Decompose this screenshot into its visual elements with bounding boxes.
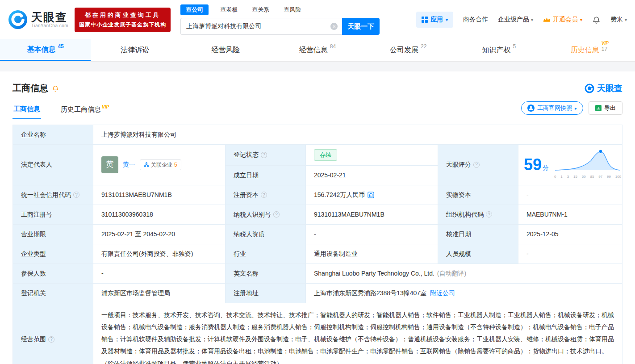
tab-operation-info[interactable]: 经营信息 84: [272, 39, 363, 61]
staff-size-value: -: [518, 244, 622, 264]
caret-down-icon: ▾: [625, 17, 627, 22]
vip-badge: VIP: [102, 105, 109, 109]
nearby-companies-link[interactable]: 附近公司: [430, 289, 455, 297]
caret-down-icon: ▾: [446, 17, 448, 22]
status-badge: 存续: [314, 149, 337, 161]
establish-date-value: 2025-02-21: [306, 165, 438, 185]
score-unit: 分: [543, 164, 549, 172]
english-name-value: Shanghai Luobo Party Technology Co., Ltd…: [306, 264, 622, 283]
org-code-value: MAEBU7NM-1: [518, 205, 622, 224]
tab-basic-info[interactable]: 基本信息 45: [0, 39, 91, 61]
tab-label: 经营风险: [211, 46, 240, 55]
help-icon[interactable]: ?: [273, 211, 280, 218]
help-icon[interactable]: ?: [486, 211, 492, 218]
tab-operation-risk[interactable]: 经营风险: [181, 39, 272, 61]
watermark-label: 天眼查: [597, 83, 622, 94]
tab-label: 知识产权: [482, 46, 510, 55]
score-chart: 0131550859799100: [554, 150, 621, 180]
tab-legal-cases[interactable]: 法律诉讼: [91, 39, 181, 61]
search-button[interactable]: 天眼一下: [342, 18, 380, 35]
slogan-line-2: 国家中小企业发展子基金旗下机构: [79, 21, 166, 29]
reg-authority-value: 浦东新区市场监督管理局: [93, 283, 226, 303]
insured-count-label: 参保人数: [13, 264, 93, 283]
official-snapshot-button[interactable]: 工商官网快照 ▸: [521, 101, 583, 115]
search-tab-boss[interactable]: 查老板: [217, 4, 240, 15]
credit-code-value: 91310113MAEBU7NM1B: [93, 185, 226, 205]
caret-down-icon: ▾: [531, 17, 533, 22]
bell-icon: [592, 16, 601, 24]
help-icon[interactable]: ?: [473, 162, 480, 168]
search-tab-risk[interactable]: 查风险: [281, 4, 304, 15]
taxpayer-id-label: 纳税人识别号?: [226, 205, 306, 224]
main-content: 工商信息 天眼查 工商信息 历史工商信息VIP: [0, 71, 635, 364]
auto-translate-note: (自动翻译): [437, 270, 466, 277]
tianyancha-watermark: 天眼查: [585, 83, 622, 94]
slogan-line-1: 都在用的商业查询工具: [79, 11, 166, 19]
reg-status-label: 登记状态?: [226, 145, 306, 166]
username-label: 费米: [610, 16, 623, 24]
tianyancha-logo-icon: [8, 10, 28, 29]
tianyancha-logo[interactable]: 天眼查 TianYanCha.com: [8, 10, 68, 29]
search-tab-company[interactable]: 查公司: [180, 4, 209, 15]
main-tab-bar: 基本信息 45 法律诉讼 经营风险 经营信息 84 公司发展 22 知识产权 5…: [0, 39, 635, 62]
help-icon[interactable]: ?: [261, 152, 267, 158]
snapshot-icon: [527, 105, 535, 112]
tab-label: 公司发展: [390, 46, 418, 55]
page-gap: [0, 62, 635, 71]
app-menu-button[interactable]: 应用 ▾: [416, 12, 453, 28]
subtab-business-info[interactable]: 工商信息: [13, 101, 41, 119]
vip-upgrade-link[interactable]: 开通会员 ▾: [543, 16, 582, 24]
help-icon[interactable]: ?: [73, 192, 79, 198]
business-scope-value: 一般项目：技术服务、技术开发、技术咨询、技术交流、技术转让、技术推广；智能机器人…: [93, 303, 622, 364]
header: 天眼查 TianYanCha.com 都在用的商业查询工具 国家中小企业发展子基…: [0, 0, 635, 39]
reg-status-value: 存续: [306, 145, 438, 166]
tab-label: 基本信息: [27, 45, 55, 54]
enterprise-product-link[interactable]: 企业级产品 ▾: [498, 16, 533, 24]
related-companies-badge[interactable]: 关联企业 5: [140, 159, 181, 170]
score-value[interactable]: 59分 0131550859799100: [518, 145, 622, 185]
legal-rep-link[interactable]: 黄一: [123, 160, 135, 169]
user-menu[interactable]: 费米 ▾: [610, 16, 627, 24]
vip-upgrade-label: 开通会员: [553, 16, 578, 24]
reg-number-value: 310113003960318: [93, 205, 226, 224]
tab-label: 法律诉讼: [121, 46, 149, 55]
company-type-label: 企业类型: [13, 244, 93, 264]
grid-icon: [422, 17, 428, 23]
tab-history-info[interactable]: 历史信息 VIP 17: [544, 39, 635, 61]
tab-count: 5: [513, 43, 516, 50]
help-icon[interactable]: ?: [48, 336, 54, 343]
search-tabs: 查公司 查老板 查关系 查风险: [180, 4, 380, 15]
score-axis: 0131550859799100: [554, 174, 621, 180]
tab-count: 22: [421, 43, 426, 50]
industry-label: 行业: [226, 244, 306, 264]
export-button[interactable]: 导出: [589, 101, 622, 115]
reg-number-label: 工商注册号: [13, 205, 93, 224]
legal-rep-avatar[interactable]: 黄: [101, 156, 118, 173]
company-name-value: 上海萝博派对科技有限公司: [93, 125, 622, 145]
tab-intellectual-property[interactable]: 知识产权 5: [454, 39, 544, 61]
biz-coop-link[interactable]: 商务合作: [463, 16, 488, 24]
help-icon[interactable]: ?: [261, 192, 267, 198]
reg-capital-label: 注册资本?: [226, 185, 306, 205]
legal-rep-label: 法定代表人: [13, 145, 93, 185]
capital-assessment-icon[interactable]: [368, 192, 374, 198]
english-name-label: 英文名称: [226, 264, 306, 283]
business-scope-label: 经营范围?: [13, 303, 93, 364]
tab-count: 45: [58, 43, 63, 50]
notification-button[interactable]: [592, 16, 601, 24]
reg-capital-value: 156.7242万人民币: [306, 185, 438, 205]
paid-capital-label: 实缴资本: [438, 185, 518, 205]
reg-address-label: 注册地址: [226, 283, 306, 303]
search-input[interactable]: [181, 23, 342, 30]
monitor-bell-icon[interactable]: [52, 85, 59, 92]
tab-label: 经营信息: [299, 46, 328, 55]
tab-company-development[interactable]: 公司发展 22: [363, 39, 454, 61]
search-area: 查公司 查老板 查关系 查风险 ✕ 天眼一下: [180, 4, 380, 35]
org-code-label: 组织机构代码?: [438, 205, 518, 224]
search-tab-relation[interactable]: 查关系: [249, 4, 272, 15]
related-companies-count: 5: [174, 161, 177, 169]
business-term-value: 2025-02-21 至 2045-02-20: [93, 224, 226, 244]
subtab-history-business-info[interactable]: 历史工商信息VIP: [60, 102, 110, 119]
tab-count: 17: [602, 46, 607, 52]
top-navigation: 应用 ▾ 商务合作 企业级产品 ▾ 开通会员 ▾: [416, 12, 627, 28]
